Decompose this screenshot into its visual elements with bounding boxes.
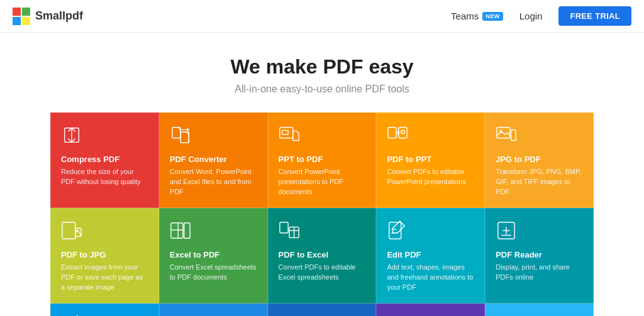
tool-card-delete[interactable]: Delete PDF Pages Delete pages from your … — [268, 303, 377, 316]
tool-name: JPG to PDF — [496, 155, 583, 164]
tool-name: PDF to Excel — [279, 250, 366, 259]
tool-card-excel[interactable]: Excel to PDF Convert Excel spreadsheets … — [159, 208, 268, 303]
svg-rect-11 — [388, 128, 396, 138]
free-trial-button[interactable]: FREE TRIAL — [558, 6, 631, 26]
pdf2excel-icon — [279, 220, 366, 244]
tool-desc: Convert PowerPoint presentations to PDF … — [279, 167, 366, 197]
pdf2ppt-icon — [387, 124, 474, 148]
tool-desc: Transform JPG, PNG, BMP, GIF, and TIFF i… — [496, 167, 583, 197]
svg-rect-20 — [171, 223, 183, 239]
tool-name: Excel to PDF — [170, 250, 257, 259]
tool-card-pdf2excel[interactable]: PDF to Excel Convert PDFs to editable Ex… — [268, 208, 377, 303]
tool-card-word[interactable]: Word to PDF Convert Word documents to PD… — [485, 303, 594, 316]
tools-grid: Compress PDF Reduce the size of your PDF… — [50, 112, 594, 316]
svg-rect-2 — [13, 17, 21, 25]
tool-desc: Reduce the size of your PDF without losi… — [61, 167, 148, 187]
tool-card-share[interactable]: Share Document Share your document easil… — [50, 303, 159, 316]
tool-card-number[interactable]: 1 Number Pages Number your PDF pages eas… — [159, 303, 268, 316]
svg-rect-12 — [399, 128, 407, 138]
tool-card-compress[interactable]: Compress PDF Reduce the size of your PDF… — [50, 112, 159, 208]
logo[interactable]: Smallpdf — [13, 8, 83, 25]
tool-name: PDF to JPG — [61, 250, 148, 259]
compress-icon — [61, 124, 148, 148]
new-badge: NEW — [482, 12, 503, 21]
tool-desc: Extract images from your PDF or save eac… — [61, 263, 148, 293]
login-button[interactable]: Login — [513, 7, 549, 25]
svg-rect-0 — [13, 8, 21, 16]
logo-icon — [13, 8, 30, 25]
tool-desc: Display, print, and share PDFs online — [496, 263, 583, 283]
tool-card-rotate[interactable]: Rotate PDF Rotate your PDF pages — [376, 303, 485, 316]
tool-name: PPT to PDF — [279, 155, 366, 164]
tool-card-ppt[interactable]: PPT to PDF Convert PowerPoint presentati… — [268, 112, 377, 208]
tool-card-reader[interactable]: PDF Reader Display, print, and share PDF… — [485, 208, 594, 303]
tool-card-jpg[interactable]: JPG to PDF Transform JPG, PNG, BMP, GIF,… — [485, 112, 594, 208]
excel-icon — [170, 220, 257, 244]
hero-section: We make PDF easy All-in-one easy-to-use … — [0, 33, 644, 112]
svg-rect-14 — [401, 130, 405, 133]
tool-name: Edit PDF — [387, 250, 474, 259]
pdf2jpg-icon — [61, 220, 148, 244]
tool-desc: Add text, shapes, images and freehand an… — [387, 263, 474, 293]
hero-title: We make PDF easy — [13, 55, 631, 79]
tool-desc: Convert Excel spreadsheets to PDF docume… — [170, 263, 257, 283]
teams-button[interactable]: Teams NEW — [451, 11, 503, 21]
header: Smallpdf Teams NEW Login FREE TRIAL — [0, 0, 644, 33]
tool-desc: Convert PDFs to editable PowerPoint pres… — [387, 167, 474, 187]
svg-rect-3 — [22, 17, 30, 25]
svg-rect-10 — [282, 130, 287, 134]
tool-name: Compress PDF — [61, 155, 148, 164]
nav-right: Teams NEW Login FREE TRIAL — [451, 6, 631, 26]
edit-icon — [387, 220, 474, 244]
tool-name: PDF Converter — [170, 155, 257, 164]
logo-text: Smallpdf — [35, 9, 83, 23]
jpg-icon — [496, 124, 583, 148]
svg-rect-1 — [22, 8, 30, 16]
tool-name: PDF Reader — [496, 250, 583, 259]
svg-rect-17 — [62, 222, 75, 239]
converter-icon — [170, 124, 257, 148]
tool-desc: Convert PDFs to editable Excel spreadshe… — [279, 263, 366, 283]
tool-card-pdf2ppt[interactable]: PDF to PPT Convert PDFs to editable Powe… — [376, 112, 485, 208]
ppt-icon — [279, 124, 366, 148]
svg-rect-22 — [279, 222, 287, 233]
tool-desc: Convert Word, PowerPoint and Excel files… — [170, 167, 257, 197]
tool-name: PDF to PPT — [387, 155, 474, 164]
tool-card-edit[interactable]: Edit PDF Add text, shapes, images and fr… — [376, 208, 485, 303]
svg-rect-21 — [184, 223, 189, 239]
tool-card-pdf2jpg[interactable]: PDF to JPG Extract images from your PDF … — [50, 208, 159, 303]
teams-label: Teams — [451, 11, 479, 21]
tool-card-converter[interactable]: PDF Converter Convert Word, PowerPoint a… — [159, 112, 268, 208]
reader-icon — [496, 220, 583, 244]
hero-subtitle: All-in-one easy-to-use online PDF tools — [13, 84, 631, 95]
svg-point-19 — [76, 229, 78, 231]
